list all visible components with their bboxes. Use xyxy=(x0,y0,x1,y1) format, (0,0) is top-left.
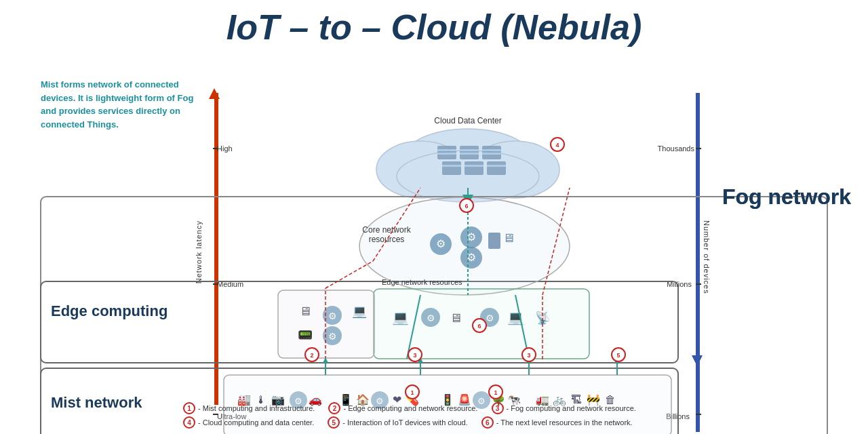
svg-marker-90 xyxy=(418,357,423,363)
main-diagram: Mist forms network of connected devices.… xyxy=(0,51,868,431)
legend-text-5: - Interaction of IoT devices with cloud. xyxy=(342,418,467,427)
svg-point-42 xyxy=(480,308,499,327)
edge-computing-label: Edge computing xyxy=(51,302,167,321)
svg-text:💻: 💻 xyxy=(507,309,524,326)
svg-line-80 xyxy=(373,188,420,261)
latency-axis-label: Network latency xyxy=(195,220,203,283)
svg-text:🖥: 🖥 xyxy=(450,311,462,325)
legend-item-4: 4 - Cloud computing and data center. xyxy=(183,416,314,429)
legend-item-6: 6 - The next level resources in the netw… xyxy=(481,416,633,429)
svg-text:6: 6 xyxy=(477,323,481,330)
svg-text:🖥: 🖥 xyxy=(502,231,515,245)
svg-text:Core network: Core network xyxy=(362,225,411,235)
svg-line-84 xyxy=(515,295,529,359)
svg-text:1: 1 xyxy=(410,389,414,396)
svg-point-99 xyxy=(408,348,422,361)
svg-point-32 xyxy=(460,226,482,248)
level-medium: Medium xyxy=(217,280,243,288)
svg-rect-24 xyxy=(374,289,589,359)
legend-item-3: 3 - Fog computing and network resource. xyxy=(492,402,636,414)
svg-text:Edge network resources: Edge network resources xyxy=(382,278,462,286)
svg-point-97 xyxy=(305,348,319,361)
svg-text:6: 6 xyxy=(465,203,468,210)
svg-line-79 xyxy=(326,261,373,288)
svg-rect-36 xyxy=(488,233,500,249)
svg-marker-91 xyxy=(526,357,532,363)
svg-marker-89 xyxy=(323,357,328,363)
legend-circle-5: 5 xyxy=(328,416,340,429)
svg-rect-7 xyxy=(460,146,479,159)
latency-axis-shaft xyxy=(214,93,218,405)
level-thousands: Thousands xyxy=(658,144,694,153)
svg-text:4: 4 xyxy=(555,142,559,149)
level-millions: Millions xyxy=(667,280,692,288)
svg-rect-15 xyxy=(465,161,484,175)
svg-rect-17 xyxy=(487,161,506,175)
svg-text:⚙: ⚙ xyxy=(467,231,476,243)
svg-text:5: 5 xyxy=(616,352,620,359)
legend-circle-4: 4 xyxy=(183,416,195,429)
svg-text:⚙: ⚙ xyxy=(467,252,476,263)
legend-text-6: - The next level resources in the networ… xyxy=(496,418,633,427)
svg-text:⚙: ⚙ xyxy=(436,238,446,250)
svg-point-30 xyxy=(430,233,452,255)
svg-point-109 xyxy=(473,319,486,332)
svg-rect-11 xyxy=(482,149,501,151)
svg-marker-92 xyxy=(614,357,620,363)
svg-text:🖥: 🖥 xyxy=(299,304,311,318)
svg-point-51 xyxy=(323,326,342,345)
svg-text:Cloud Data Center: Cloud Data Center xyxy=(434,116,501,125)
svg-rect-9 xyxy=(460,153,479,155)
svg-point-23 xyxy=(359,197,570,295)
tick-thousands xyxy=(696,148,701,149)
svg-point-3 xyxy=(397,151,539,202)
svg-rect-25 xyxy=(278,290,374,358)
svg-text:⚙: ⚙ xyxy=(328,311,337,321)
devices-axis-arrowhead xyxy=(692,355,703,366)
svg-rect-18 xyxy=(487,165,506,167)
svg-rect-13 xyxy=(442,161,461,175)
legend-text-1: - Mist computing and infrastructure. xyxy=(198,404,315,412)
svg-rect-10 xyxy=(482,146,501,159)
legend-circle-1: 1 xyxy=(183,402,195,414)
svg-text:⚙: ⚙ xyxy=(486,313,494,323)
legend-item-2: 2 - Edge computing and network resource. xyxy=(328,402,477,414)
devices-axis-shaft xyxy=(696,93,700,432)
legend-item-1: 1 - Mist computing and infrastructure. xyxy=(183,402,315,414)
legend-text-3: - Fog computing and network resource. xyxy=(507,404,636,412)
svg-point-103 xyxy=(551,138,564,151)
legend-text-4: - Cloud computing and data center. xyxy=(198,418,314,427)
svg-point-47 xyxy=(323,306,342,325)
svg-text:💻: 💻 xyxy=(392,309,409,326)
legend-circle-3: 3 xyxy=(492,402,504,414)
svg-text:📟: 📟 xyxy=(298,328,313,342)
svg-point-101 xyxy=(522,348,536,361)
svg-point-34 xyxy=(460,247,482,269)
svg-point-105 xyxy=(612,348,625,361)
legend-circle-6: 6 xyxy=(481,416,494,429)
legend-circle-2: 2 xyxy=(328,402,340,414)
svg-rect-21 xyxy=(41,281,678,363)
svg-rect-8 xyxy=(460,149,479,151)
svg-text:3: 3 xyxy=(413,352,416,359)
svg-text:⚙: ⚙ xyxy=(328,331,337,342)
fog-network-label-right: Fog network xyxy=(712,183,861,212)
svg-rect-5 xyxy=(437,149,456,151)
svg-text:📡: 📡 xyxy=(535,311,551,326)
svg-text:resources: resources xyxy=(369,235,405,244)
svg-point-1 xyxy=(376,141,465,198)
left-description: Mist forms network of connected devices.… xyxy=(41,78,203,131)
svg-rect-16 xyxy=(465,165,484,167)
cloud-group xyxy=(376,129,559,202)
svg-point-93 xyxy=(406,385,419,399)
svg-point-107 xyxy=(460,199,473,212)
svg-rect-4 xyxy=(437,146,456,159)
mist-network-label: Mist network xyxy=(51,393,142,413)
svg-line-82 xyxy=(542,188,570,295)
level-high: High xyxy=(217,144,233,153)
svg-rect-14 xyxy=(442,165,461,167)
svg-line-83 xyxy=(407,295,420,359)
tick-millions xyxy=(696,283,701,285)
svg-text:2: 2 xyxy=(310,352,313,359)
page-title: IoT – to – Cloud (Nebula) xyxy=(0,0,868,51)
